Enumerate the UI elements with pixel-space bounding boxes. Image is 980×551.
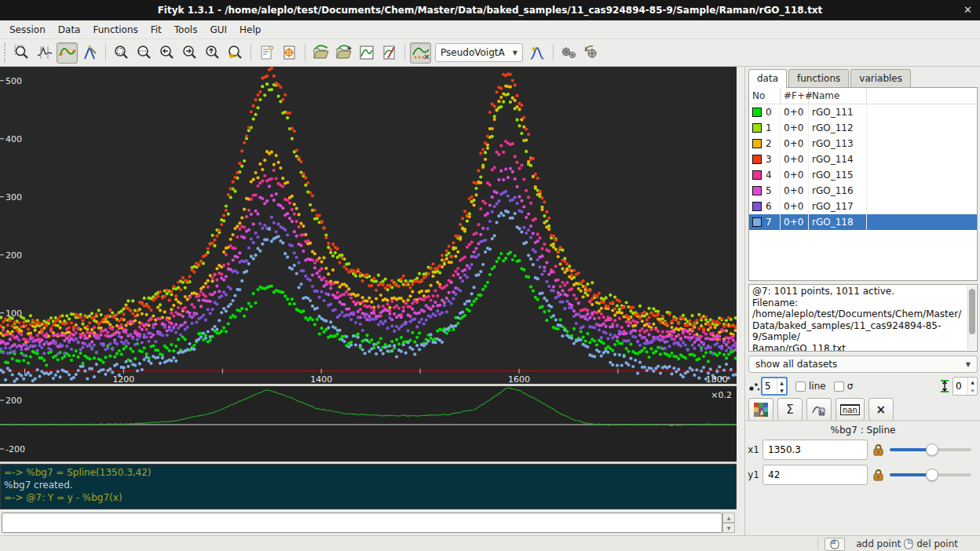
dataset-table[interactable]: No #F+# Name 00+0rGO_11110+0rGO_11220+0r… [748,87,978,281]
color-swatch[interactable] [752,108,762,117]
menu-functions[interactable]: Functions [86,21,144,38]
delete-dataset-button[interactable]: × [868,398,894,421]
info-scrollbar[interactable] [967,286,976,350]
svg-text:400: 400 [5,134,22,144]
panel-splitter[interactable] [745,420,980,421]
dataset-buttons: Σ nan × [748,398,898,421]
spin-down-icon[interactable]: ▼ [777,386,786,394]
line-checkbox[interactable] [795,381,806,392]
dataset-row-rGO_116[interactable]: 50+0rGO_116 [749,183,977,199]
dataset-row-rGO_112[interactable]: 10+0rGO_112 [749,120,977,136]
zoom-right-button[interactable] [179,42,200,64]
log-page-icon [258,44,276,61]
x1-param-row: x1 [745,439,980,461]
zoom-all-button[interactable] [111,42,132,64]
main-plot[interactable]: 1002003004005001200140016001800 [0,67,737,384]
lock-icon[interactable] [872,443,884,456]
add-peak-mode-button[interactable] [79,42,101,64]
zoom-horizontal-button[interactable] [133,42,155,64]
transform-data-button[interactable] [806,398,832,421]
toolbar-grip[interactable] [4,43,8,62]
baseline-mode-button[interactable] [57,42,78,64]
session-log-button[interactable] [256,42,277,64]
svg-text:-200: -200 [5,444,25,454]
menu-session[interactable]: Session [3,21,52,38]
lock-icon[interactable] [872,469,884,481]
dataset-row-rGO_115[interactable]: 40+0rGO_115 [749,167,977,183]
color-swatch[interactable] [752,217,762,227]
dataset-colors-button[interactable] [748,398,773,421]
menu-data[interactable]: Data [52,21,87,38]
y1-input[interactable] [762,465,868,485]
open-data-custom-button[interactable] [333,42,354,64]
menu-help[interactable]: Help [233,21,267,38]
sigma-checkbox[interactable] [834,381,844,392]
menu-fit[interactable]: Fit [144,21,168,38]
display-controls: ▲▼ line σ ▲▼ [748,376,978,396]
y1-slider[interactable] [890,469,971,481]
undo-fit-button[interactable] [581,42,602,64]
auto-add-peak-button[interactable] [527,42,548,64]
spin-up-icon[interactable]: ▲ [968,378,977,386]
data-editor-button[interactable] [378,42,400,64]
y-shift-spinner[interactable]: ▲▼ [953,377,978,396]
console-line: %bg7 created. [4,479,733,491]
run-fit-button[interactable] [558,42,580,64]
y1-slider-thumb[interactable] [926,469,938,481]
sigma-checkbox-label: σ [847,381,854,392]
dataset-filter-combo[interactable]: show all datasets ▼ [748,356,978,373]
menu-tools[interactable]: Tools [168,21,204,38]
nan-icon: nan [840,404,860,415]
dataset-row-rGO_113[interactable]: 20+0rGO_113 [749,136,977,151]
zoom-horizontal-icon [136,44,153,61]
sigma-sum-icon: Σ [786,403,793,417]
zoom-mode-button[interactable] [11,42,32,64]
dataset-row-rGO_117[interactable]: 60+0rGO_117 [749,199,977,214]
editor-page-icon [381,44,398,61]
close-icon[interactable]: ✕ [964,4,972,16]
open-data-button[interactable] [310,42,331,64]
color-swatch[interactable] [752,202,762,211]
x1-slider[interactable] [890,443,971,456]
y-shift-value[interactable] [953,378,967,395]
tab-data[interactable]: data [748,69,787,88]
svg-text:1800: 1800 [706,374,728,384]
zoom-undo-button[interactable] [225,42,246,64]
color-swatch[interactable] [752,155,762,164]
data-range-mode-button[interactable] [34,42,55,64]
y1-label: y1 [745,469,759,480]
x1-slider-thumb[interactable] [926,443,938,456]
color-swatch[interactable] [752,139,762,148]
dataset-row-rGO_111[interactable]: 00+0rGO_111 [749,104,977,120]
menu-gui[interactable]: GUI [203,21,233,38]
tab-variables[interactable]: variables [850,69,911,88]
function-type-combo[interactable]: PseudoVoigtA ▼ [435,43,523,62]
color-swatch[interactable] [752,123,762,133]
command-history-spin[interactable]: ▲ ▼ [722,513,735,533]
spin-down-icon[interactable]: ▼ [968,386,977,395]
run-script-button[interactable] [279,42,300,64]
dataset-row-rGO_118[interactable]: 70+0rGO_118 [749,214,977,230]
history-down-icon[interactable]: ▼ [722,523,735,533]
zoom-left-button[interactable] [156,42,177,64]
title-bar[interactable]: Fityk 1.3.1 - /home/aleplo/test/Document… [0,0,980,20]
mouse-hint-button[interactable] [825,538,845,551]
auxiliary-plot[interactable]: 200-200×0.2 [0,386,737,462]
x1-input[interactable] [762,440,868,460]
command-input[interactable] [2,513,722,533]
vertical-splitter[interactable] [737,67,744,535]
sum-datasets-button[interactable]: Σ [777,398,803,421]
tab-functions[interactable]: functions [788,69,849,88]
zoom-left-icon [159,44,176,61]
export-plot-button[interactable] [356,42,377,64]
dataset-row-rGO_114[interactable]: 30+0rGO_114 [749,151,977,167]
point-size-value[interactable] [762,378,777,394]
color-swatch[interactable] [752,186,762,195]
remove-nan-button[interactable]: nan [836,398,865,421]
point-size-spinner[interactable]: ▲▼ [761,377,788,396]
spin-up-icon[interactable]: ▲ [777,378,786,386]
strip-background-button[interactable] [410,42,431,64]
history-up-icon[interactable]: ▲ [722,513,735,523]
zoom-up-button[interactable] [202,42,223,64]
color-swatch[interactable] [752,170,762,180]
